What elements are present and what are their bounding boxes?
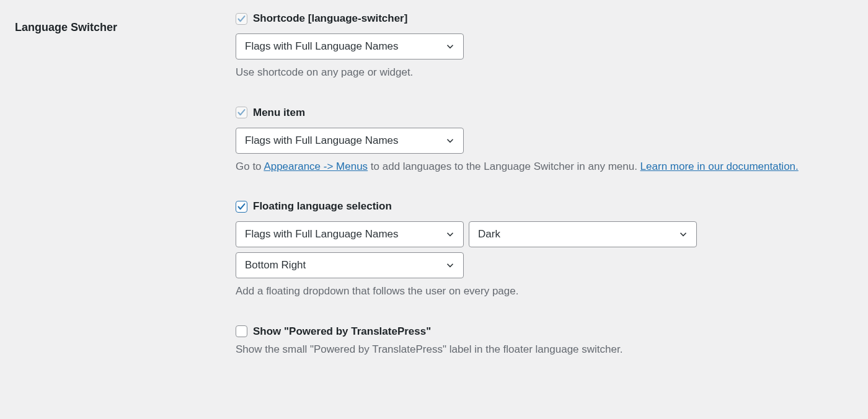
menu-item-block: Menu item Flags with Full Language Names… xyxy=(236,107,853,175)
powered-label: Show "Powered by TranslatePress" xyxy=(253,325,431,338)
floating-position-select[interactable]: Bottom Right xyxy=(236,252,464,278)
check-icon xyxy=(237,14,246,24)
select-value: Flags with Full Language Names xyxy=(245,40,399,53)
select-value: Bottom Right xyxy=(245,259,306,271)
powered-checkbox[interactable] xyxy=(236,325,247,337)
floating-checkbox[interactable] xyxy=(236,201,247,213)
shortcode-description: Use shortcode on any page or widget. xyxy=(236,64,843,81)
powered-block: Show "Powered by TranslatePress" Show th… xyxy=(236,325,853,358)
floating-display-select[interactable]: Flags with Full Language Names xyxy=(236,221,464,247)
powered-description: Show the small "Powered by TranslatePres… xyxy=(236,342,843,358)
chevron-down-icon xyxy=(445,135,456,146)
shortcode-checkbox xyxy=(236,13,247,25)
chevron-down-icon xyxy=(445,260,456,271)
floating-description: Add a floating dropdown that follows the… xyxy=(236,283,843,299)
appearance-menus-link[interactable]: Appearance -> Menus xyxy=(264,161,368,172)
select-value: Flags with Full Language Names xyxy=(245,228,399,240)
desc-text: to add languages to the Language Switche… xyxy=(368,161,640,172)
shortcode-block: Shortcode [language-switcher] Flags with… xyxy=(236,12,853,81)
desc-text: Go to xyxy=(236,161,264,172)
section-label: Language Switcher xyxy=(15,21,117,33)
shortcode-display-select[interactable]: Flags with Full Language Names xyxy=(236,33,464,60)
floating-theme-select[interactable]: Dark xyxy=(469,221,697,247)
menu-item-display-select[interactable]: Flags with Full Language Names xyxy=(236,128,464,154)
chevron-down-icon xyxy=(678,229,689,240)
menu-item-description: Go to Appearance -> Menus to add languag… xyxy=(236,159,843,175)
floating-label: Floating language selection xyxy=(253,200,392,213)
select-value: Flags with Full Language Names xyxy=(245,135,399,147)
check-icon xyxy=(237,202,246,211)
shortcode-label: Shortcode [language-switcher] xyxy=(253,12,407,25)
chevron-down-icon xyxy=(445,229,456,240)
menu-item-checkbox xyxy=(236,107,247,118)
floating-block: Floating language selection Flags with F… xyxy=(236,200,853,299)
documentation-link[interactable]: Learn more in our documentation. xyxy=(640,161,799,172)
menu-item-label: Menu item xyxy=(253,107,305,119)
chevron-down-icon xyxy=(445,41,456,52)
select-value: Dark xyxy=(478,228,500,240)
check-icon xyxy=(237,108,246,117)
